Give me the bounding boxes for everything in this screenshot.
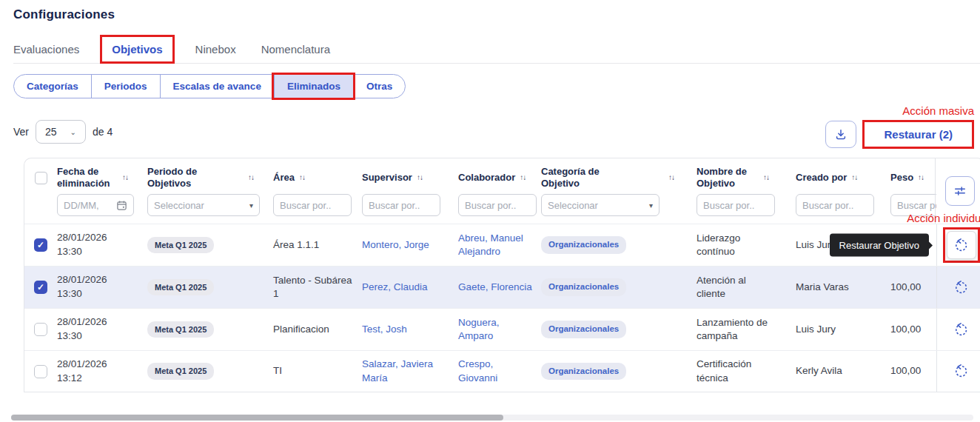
area-filter-input[interactable] — [273, 194, 352, 216]
period-badge: Meta Q1 2025 — [147, 321, 214, 338]
sort-icon[interactable]: ↑↓ — [851, 173, 857, 183]
subtab-eliminados[interactable]: Eliminados — [274, 75, 353, 98]
area-value: TI — [273, 364, 362, 378]
restore-row-button[interactable] — [947, 231, 976, 259]
period-badge: Meta Q1 2025 — [147, 237, 214, 254]
annotation-box-objetivos: Objetivos — [100, 35, 174, 64]
sort-icon[interactable]: ↑↓ — [299, 173, 305, 183]
supervisor-link[interactable]: Test, Josh — [362, 323, 458, 336]
restore-icon — [954, 238, 968, 252]
row-checkbox[interactable]: ✓ — [34, 238, 47, 252]
weight-value: 100,00 — [890, 323, 936, 336]
table-controls: Ver 25 ⌄ de 4 Acción masiva Restaurar (2… — [13, 104, 980, 149]
column-header-fecha: Fecha de eliminación ↑↓ — [57, 166, 147, 190]
column-header-creado: Creado por ↑↓ — [796, 172, 890, 184]
collaborator-link[interactable]: Abreu, Manuel Alejandro — [458, 232, 541, 258]
subtab-escalas-de-avance[interactable]: Escalas de avance — [160, 75, 274, 98]
period-filter-select[interactable]: Seleccionar ▾ — [147, 194, 260, 216]
tab-objetivos[interactable]: Objetivos — [112, 43, 162, 56]
supervisor-link[interactable]: Salazar, Javiera María — [362, 358, 458, 384]
filter-row: DD/MM, Seleccionar ▾ — [24, 192, 935, 224]
column-header-periodo: Periodo de Objetivos ↑↓ — [147, 166, 273, 190]
restore-row-button[interactable] — [954, 281, 968, 295]
objective-name: Lanzamiento de campaña — [697, 316, 796, 343]
objective-name: Liderazgo contínuo — [697, 232, 796, 258]
restore-icon — [954, 364, 968, 378]
restore-icon — [954, 323, 968, 337]
page-title: Configuraciones — [13, 7, 980, 22]
mass-actions: Acción masiva Restaurar (2) — [825, 104, 974, 149]
restore-icon — [954, 281, 968, 295]
column-header-nombre: Nombre de Objetivo ↑↓ — [697, 166, 796, 190]
column-settings-icon — [953, 184, 967, 198]
area-value: Área 1.1.1 — [273, 238, 362, 252]
supervisor-link[interactable]: Montero, Jorge — [362, 238, 458, 252]
period-badge: Meta Q1 2025 — [147, 279, 214, 296]
tab-nomenclatura[interactable]: Nomenclatura — [261, 43, 330, 56]
page-size-select[interactable]: 25 ⌄ — [36, 120, 86, 144]
table-header: Fecha de eliminación ↑↓ Periodo de Objet… — [24, 158, 980, 224]
restore-selected-button[interactable]: Restaurar (2) — [865, 122, 972, 147]
row-checkbox[interactable]: ✓ — [34, 281, 47, 294]
row-checkbox[interactable] — [34, 323, 47, 336]
column-settings-button[interactable] — [945, 176, 975, 206]
category-badge: Organizacionales — [541, 236, 626, 254]
column-header-colaborador: Colaborador ↑↓ — [458, 172, 541, 184]
restore-row-button[interactable] — [954, 364, 968, 378]
column-header-peso: Peso ↑↓ — [890, 172, 936, 184]
created-by: Luis Jury — [796, 323, 890, 336]
weight-value: 100,00 — [890, 364, 936, 378]
table-row: ✓ 28/01/202613:30 Meta Q1 2025 Talento -… — [24, 266, 980, 308]
created-by: Kerly Avila — [796, 364, 890, 378]
download-button[interactable] — [825, 121, 856, 148]
sort-icon[interactable]: ↑↓ — [918, 173, 924, 183]
weight-value: 100,00 — [890, 281, 936, 294]
period-badge: Meta Q1 2025 — [147, 363, 214, 380]
category-badge: Organizacionales — [541, 278, 626, 296]
objective-name-filter-input[interactable] — [697, 194, 775, 216]
deletion-date: 28/01/202613:30 — [57, 273, 147, 301]
mass-action-annotation: Acción masiva — [902, 104, 974, 117]
header-row: Fecha de eliminación ↑↓ Periodo de Objet… — [24, 158, 935, 192]
page-size-control: Ver 25 ⌄ de 4 — [13, 120, 113, 144]
table-row: 28/01/202613:30 Meta Q1 2025 Planificaci… — [24, 308, 980, 350]
tab-ninebox[interactable]: Ninebox — [195, 43, 236, 56]
collaborator-link[interactable]: Gaete, Florencia — [458, 281, 541, 294]
sort-icon[interactable]: ↑↓ — [417, 173, 423, 183]
created-by-filter-input[interactable] — [796, 194, 874, 216]
restore-row-button[interactable] — [954, 323, 968, 337]
date-filter[interactable]: DD/MM, — [57, 194, 134, 216]
category-filter-select[interactable]: Seleccionar ▾ — [541, 194, 660, 216]
restore-tooltip: Restaurar Objetivo — [830, 234, 929, 257]
subtab-otras[interactable]: Otras — [353, 75, 405, 98]
sort-icon[interactable]: ↑↓ — [248, 173, 254, 183]
annotation-box-individual-restore — [943, 227, 980, 263]
table-row: 28/01/202613:12 Meta Q1 2025 TI Salazar,… — [24, 350, 980, 392]
subtab-categorias[interactable]: Categorías — [14, 75, 91, 98]
tab-evaluaciones[interactable]: Evaluaciones — [13, 43, 79, 56]
mass-action-buttons: Restaurar (2) — [825, 120, 974, 149]
individual-action-annotation: Acción individual — [907, 212, 980, 224]
horizontal-scrollbar-track[interactable] — [11, 415, 973, 421]
category-badge: Organizacionales — [541, 321, 626, 338]
collaborator-link[interactable]: Crespo, Giovanni — [458, 358, 541, 384]
subtab-periodos[interactable]: Periodos — [91, 75, 160, 98]
horizontal-scrollbar-thumb[interactable] — [11, 415, 503, 421]
configurations-page: Configuraciones Evaluaciones Objetivos N… — [0, 0, 980, 392]
collaborator-filter-input[interactable] — [458, 194, 537, 216]
created-by: Maria Varas — [796, 281, 890, 294]
supervisor-link[interactable]: Perez, Claudia — [362, 281, 458, 294]
sort-icon[interactable]: ↑↓ — [763, 173, 769, 183]
column-header-categoria: Categoría de Objetivo ↑↓ — [541, 166, 697, 190]
supervisor-filter-input[interactable] — [362, 194, 440, 216]
collaborator-link[interactable]: Noguera, Amparo — [458, 316, 541, 343]
row-checkbox[interactable] — [34, 365, 47, 378]
column-header-supervisor: Supervisor ↑↓ — [362, 172, 458, 184]
sort-icon[interactable]: ↑↓ — [520, 173, 526, 183]
chevron-down-icon: ▾ — [649, 201, 653, 210]
area-value: Planificacion — [273, 323, 362, 336]
download-icon — [834, 128, 848, 141]
sort-icon[interactable]: ↑↓ — [668, 173, 674, 183]
select-all-checkbox[interactable] — [35, 172, 47, 184]
sort-icon[interactable]: ↑↓ — [122, 173, 128, 183]
